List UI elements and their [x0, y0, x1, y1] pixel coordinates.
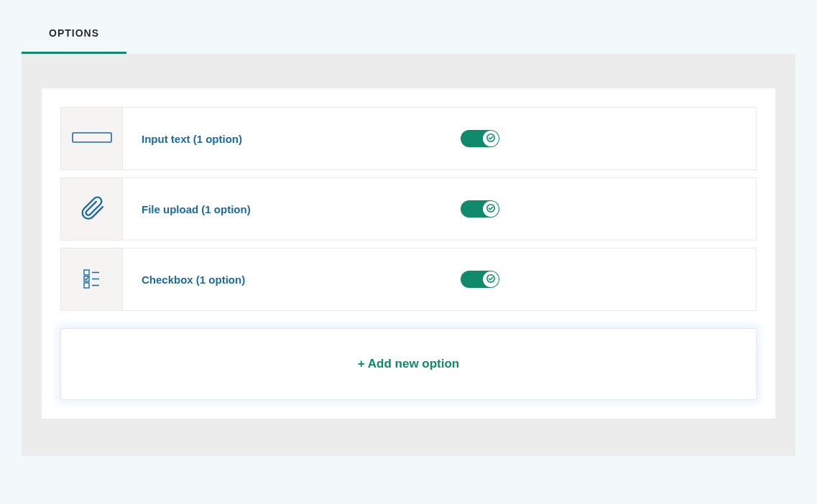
- option-icon-box: [61, 108, 123, 169]
- check-icon: [486, 132, 495, 145]
- panel-options: Input text (1 option): [22, 54, 795, 456]
- toggle-knob: [483, 131, 499, 146]
- option-label: File upload (1 option): [123, 178, 446, 240]
- paperclip-icon: [78, 193, 106, 225]
- check-icon: [486, 202, 495, 215]
- toggle-file-upload[interactable]: [461, 200, 499, 218]
- toggle-knob: [483, 271, 499, 287]
- options-card: Input text (1 option): [42, 88, 775, 419]
- toggle-input-text[interactable]: [461, 130, 499, 147]
- option-label: Checkbox (1 option): [123, 248, 446, 310]
- checklist-icon: [80, 266, 104, 293]
- tab-bar: OPTIONS: [0, 0, 817, 54]
- option-row-input-text[interactable]: Input text (1 option): [60, 107, 757, 170]
- toggle-cell: [446, 178, 756, 240]
- tab-options[interactable]: OPTIONS: [22, 0, 126, 54]
- toggle-checkbox[interactable]: [461, 271, 499, 288]
- option-icon-box: [61, 248, 123, 310]
- option-label: Input text (1 option): [123, 108, 446, 169]
- toggle-knob: [483, 201, 499, 217]
- svg-rect-7: [84, 283, 89, 288]
- check-icon: [486, 273, 495, 286]
- svg-rect-0: [73, 133, 111, 142]
- svg-rect-3: [84, 270, 89, 275]
- option-row-file-upload[interactable]: File upload (1 option): [60, 177, 757, 241]
- input-text-icon: [72, 129, 112, 148]
- toggle-cell: [446, 248, 756, 310]
- option-icon-box: [61, 178, 123, 240]
- option-row-checkbox[interactable]: Checkbox (1 option): [60, 248, 757, 311]
- add-new-option-button[interactable]: + Add new option: [60, 328, 757, 400]
- toggle-cell: [446, 108, 756, 169]
